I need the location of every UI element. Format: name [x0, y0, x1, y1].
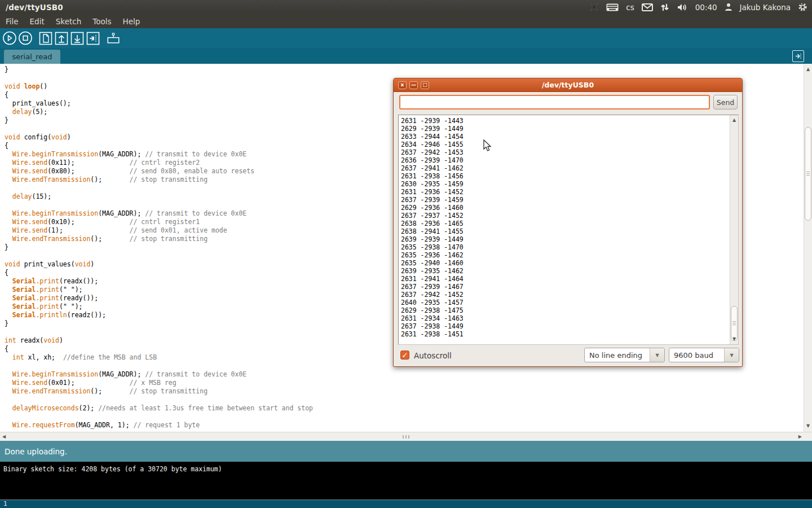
- code-line: Wire.beginTransmission(MAG_ADDR); // tra…: [5, 370, 804, 379]
- focused-window-title: /dev/ttyUSB0: [0, 3, 63, 12]
- serial-line: 2637 -2939 -1467: [401, 283, 728, 291]
- mouse-cursor: [483, 139, 492, 154]
- line-ending-select[interactable]: No line ending ▼: [584, 348, 665, 362]
- minimize-icon[interactable]: —: [409, 81, 418, 89]
- serial-line: 2631 -2934 -1463: [401, 314, 728, 322]
- autoscroll-checkbox[interactable]: ✓: [400, 351, 409, 360]
- menu-item-edit[interactable]: Edit: [30, 17, 45, 26]
- serial-line: 2637 -2937 -1452: [401, 212, 728, 220]
- user-menu[interactable]: Jakub Kakona: [740, 3, 791, 12]
- serial-monitor-title: /dev/ttyUSB0: [394, 81, 742, 89]
- baud-rate-select[interactable]: 9600 baud ▼: [669, 348, 739, 362]
- editor-hscroll-grip: [403, 435, 411, 439]
- clock[interactable]: 00:40: [695, 3, 717, 12]
- system-tray: cs 00:40 Jakub Kakona: [589, 2, 812, 12]
- serial-output-area[interactable]: 2631 -2939 -14432629 -2939 -14492633 -29…: [398, 115, 739, 345]
- serial-output: 2631 -2939 -14432629 -2939 -14492633 -29…: [401, 117, 728, 344]
- serial-line: 2638 -2936 -1465: [401, 220, 728, 227]
- serial-line: 2638 -2941 -1455: [401, 227, 728, 235]
- serial-line: 2635 -2940 -1460: [401, 259, 728, 267]
- menu-item-sketch[interactable]: Sketch: [56, 17, 81, 26]
- serial-line: 2634 -2946 -1455: [401, 141, 728, 148]
- console-text: Binary sketch size: 4208 bytes (of a 307…: [3, 465, 222, 473]
- code-line: [5, 396, 804, 404]
- line-ending-value: No line ending: [585, 351, 650, 360]
- editor-vscroll-thumb[interactable]: [805, 127, 811, 221]
- serial-scroll-down-arrow[interactable]: ▼: [732, 337, 736, 341]
- serial-line: 2631 -2938 -1456: [401, 172, 728, 180]
- screen: /dev/ttyUSB0 cs 00:40 Jakub Kakona: [0, 0, 812, 508]
- serial-vscroll-thumb[interactable]: [731, 306, 738, 341]
- menu-item-tools[interactable]: Tools: [92, 17, 111, 26]
- code-line: Wire.requestFrom(MAG_ADDR, 1); // reques…: [5, 421, 804, 430]
- serial-line: 2629 -2936 -1460: [401, 204, 728, 212]
- scroll-right-arrow[interactable]: ▶: [798, 435, 802, 439]
- serial-line: 2637 -2942 -1453: [401, 148, 728, 156]
- serial-line: 2637 -2941 -1462: [401, 164, 728, 172]
- serial-line: 2631 -2938 -1451: [401, 330, 728, 338]
- verify-button[interactable]: [2, 31, 17, 46]
- serial-line: 2636 -2939 -1470: [401, 156, 728, 164]
- serial-monitor-controls: ✓ Autoscroll No line ending ▼ 9600 baud …: [394, 344, 742, 366]
- menu-item-file[interactable]: File: [6, 17, 19, 26]
- serial-line: 2629 -2938 -1475: [401, 306, 728, 314]
- editor-vertical-scrollbar[interactable]: ▲ ▼: [804, 64, 812, 432]
- serial-line: 2637 -2942 -1452: [401, 291, 728, 299]
- chevron-down-icon[interactable]: ▼: [650, 348, 664, 362]
- editor-horizontal-scrollbar[interactable]: ◀ ▶: [0, 432, 812, 441]
- serial-line: 2631 -2939 -1443: [401, 117, 728, 125]
- tab-serial-read[interactable]: serial_read: [4, 50, 60, 64]
- tab-bar: serial_read: [0, 48, 812, 64]
- code-line: [5, 413, 804, 421]
- serial-input-row: Send: [394, 92, 742, 113]
- save-button[interactable]: [70, 31, 85, 46]
- serial-line: 2637 -2938 -1449: [401, 322, 728, 330]
- code-line: }: [5, 65, 804, 74]
- serial-monitor-titlebar[interactable]: x — □ /dev/ttyUSB0: [394, 78, 742, 92]
- status-message: Done uploading.: [5, 447, 67, 456]
- serial-line: 2635 -2938 -1470: [401, 243, 728, 251]
- code-line: delayMicroseconds(2); //needs at least 1…: [5, 404, 804, 413]
- serial-line: 2633 -2944 -1454: [401, 133, 728, 141]
- app-indicator-icon[interactable]: [589, 2, 599, 12]
- scroll-left-arrow[interactable]: ◀: [2, 435, 6, 439]
- serial-line: 2629 -2939 -1449: [401, 125, 728, 133]
- upload-button[interactable]: [86, 31, 100, 46]
- serial-line: 2640 -2935 -1457: [401, 299, 728, 306]
- maximize-icon[interactable]: □: [421, 81, 429, 89]
- keyboard-layout-icon[interactable]: [606, 3, 619, 11]
- close-icon[interactable]: x: [398, 81, 407, 89]
- toolbar: [0, 28, 812, 48]
- user-icon: [725, 3, 732, 11]
- chevron-down-icon[interactable]: ▼: [724, 348, 739, 362]
- serial-line: 2631 -2941 -1464: [401, 275, 728, 283]
- serial-scroll-up-arrow[interactable]: ▲: [732, 118, 736, 122]
- serial-line: 2631 -2936 -1452: [401, 188, 728, 196]
- session-gear-icon[interactable]: [798, 2, 807, 12]
- serial-line: 2639 -2939 -1449: [401, 235, 728, 243]
- serial-monitor-button[interactable]: [106, 31, 121, 46]
- autoscroll-label: Autoscroll: [414, 351, 452, 360]
- menu-item-help[interactable]: Help: [123, 17, 140, 26]
- code-line: Wire.endTransmission(); // stop transmit…: [5, 387, 804, 396]
- serial-monitor-window: x — □ /dev/ttyUSB0 Send 2631 -2939 -1443…: [393, 78, 743, 367]
- send-button[interactable]: Send: [713, 95, 738, 110]
- console-output: Binary sketch size: 4208 bytes (of a 307…: [0, 462, 812, 500]
- network-arrows-icon[interactable]: [660, 3, 669, 12]
- serial-line: 2637 -2939 -1459: [401, 196, 728, 204]
- serial-line: 2635 -2936 -1462: [401, 251, 728, 259]
- new-sketch-button[interactable]: [38, 31, 53, 46]
- serial-send-input[interactable]: [399, 95, 710, 110]
- tab-menu-button[interactable]: [792, 50, 804, 62]
- open-button[interactable]: [54, 31, 69, 46]
- volume-icon[interactable]: [677, 3, 688, 12]
- keyboard-layout-label[interactable]: cs: [626, 3, 634, 12]
- code-line: Wire.send(0x01); // x MSB reg: [5, 379, 804, 387]
- mail-icon[interactable]: [642, 3, 653, 11]
- menu-bar: FileEditSketchToolsHelp: [0, 14, 812, 28]
- current-line-number: 1: [3, 500, 7, 507]
- serial-vertical-scrollbar[interactable]: ▲ ▼: [730, 115, 738, 344]
- scroll-up-arrow[interactable]: ▲: [806, 67, 810, 72]
- stop-button[interactable]: [18, 31, 33, 46]
- scroll-down-arrow[interactable]: ▼: [806, 424, 810, 428]
